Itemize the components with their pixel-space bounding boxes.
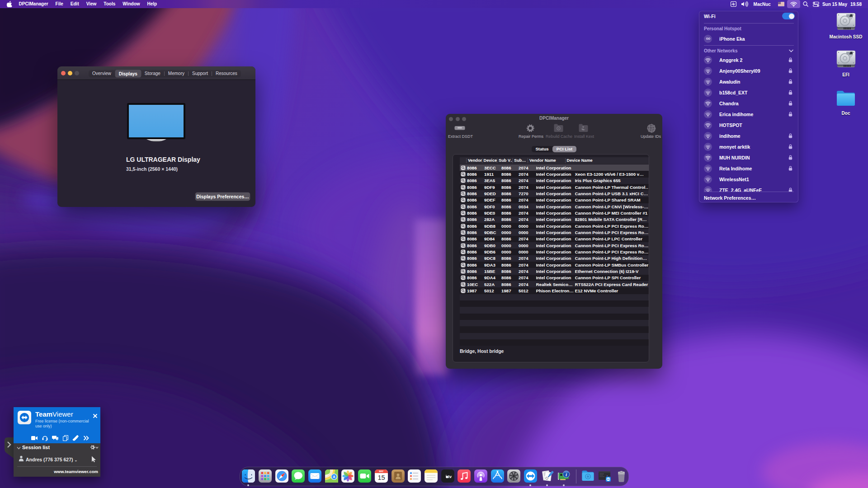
svg-text:MAY: MAY <box>379 470 383 473</box>
svg-text:15: 15 <box>377 474 385 481</box>
svg-text:tv: tv <box>448 474 452 479</box>
